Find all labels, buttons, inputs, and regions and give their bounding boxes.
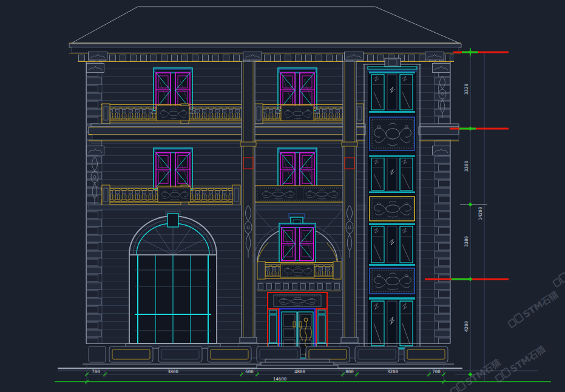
level-marker <box>450 128 509 130</box>
dim-label: 3300 <box>464 160 469 172</box>
window-3f-center <box>278 68 317 110</box>
center-pilaster-right <box>340 61 359 358</box>
dim-label: 800 <box>345 369 354 374</box>
level-marker <box>425 279 509 280</box>
cad-viewport[interactable]: 700 3800 600 4800 800 3200 700 14600 332… <box>0 0 565 392</box>
center-pilaster-left <box>239 61 258 358</box>
dim-label: 700 <box>92 369 100 374</box>
elevation-drawing-canvas[interactable]: 700 3800 600 4800 800 3200 700 14600 332… <box>0 0 565 392</box>
right-quoin-pilaster <box>435 61 450 343</box>
window-2f-center <box>278 148 317 189</box>
dim-label: 4800 <box>294 369 306 374</box>
window-2f-left <box>154 148 192 189</box>
window-1f-center <box>279 223 316 262</box>
dim-label: 3380 <box>464 235 469 247</box>
balustrade-1f <box>257 262 341 291</box>
keystone <box>167 214 178 227</box>
dim-total-label: 14600 <box>273 376 287 382</box>
dim-label: 4200 <box>464 320 469 332</box>
dim-label: 3800 <box>167 369 179 374</box>
dim-label: 3200 <box>387 369 399 374</box>
dim-label: 700 <box>432 369 441 374</box>
eaves-cornice <box>69 43 461 62</box>
dim-label: 3320 <box>464 83 469 95</box>
entrance-steps <box>257 359 338 368</box>
dim-total-label: 14200 <box>478 206 483 220</box>
dim-label: 600 <box>245 369 254 374</box>
left-quoin-pilaster <box>86 61 102 343</box>
stair-tower <box>363 58 421 359</box>
